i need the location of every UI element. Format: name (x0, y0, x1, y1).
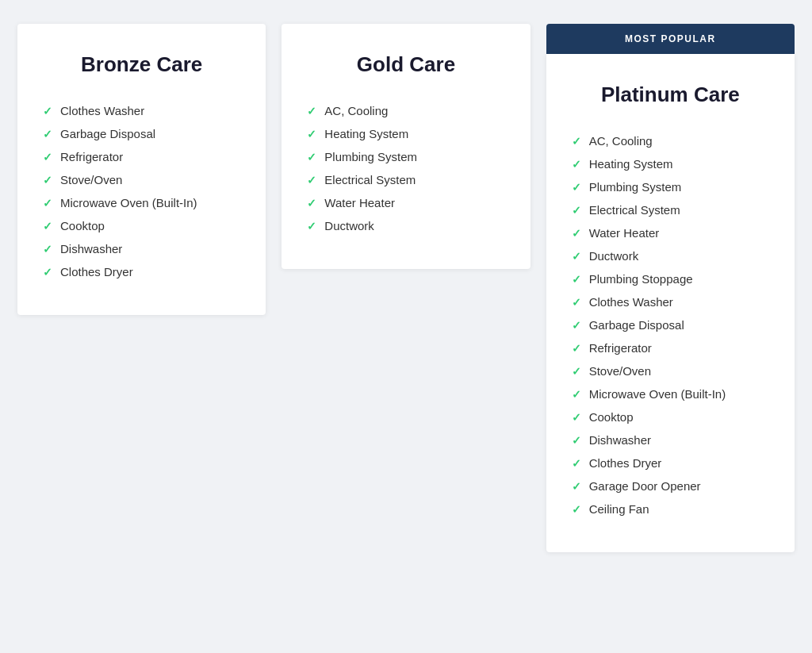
feature-label: Garbage Disposal (589, 318, 684, 332)
feature-label: AC, Cooling (324, 104, 388, 117)
list-item: ✓Refrigerator (572, 336, 769, 359)
check-icon: ✓ (572, 319, 581, 332)
check-icon: ✓ (43, 243, 52, 255)
feature-label: AC, Cooling (589, 134, 653, 148)
list-item: ✓AC, Cooling (307, 99, 504, 122)
list-item: ✓Ductwork (307, 214, 504, 237)
check-icon: ✓ (307, 105, 316, 117)
list-item: ✓Heating System (572, 152, 769, 175)
feature-label: Refrigerator (60, 150, 123, 163)
list-item: ✓AC, Cooling (572, 129, 769, 152)
check-icon: ✓ (572, 457, 581, 470)
feature-list-platinum: ✓AC, Cooling✓Heating System✓Plumbing Sys… (572, 129, 769, 520)
list-item: ✓Stove/Oven (43, 168, 240, 191)
check-icon: ✓ (307, 151, 316, 163)
feature-label: Microwave Oven (Built-In) (589, 387, 726, 401)
list-item: ✓Cooktop (43, 214, 240, 237)
list-item: ✓Plumbing System (307, 145, 504, 168)
feature-label: Microwave Oven (Built-In) (60, 196, 197, 209)
plan-wrapper-gold: Gold Care✓AC, Cooling✓Heating System✓Plu… (282, 24, 530, 269)
plan-card-platinum: Platinum Care✓AC, Cooling✓Heating System… (546, 54, 795, 552)
feature-label: Dishwasher (589, 433, 651, 447)
check-icon: ✓ (572, 227, 581, 240)
feature-label: Water Heater (324, 196, 395, 209)
feature-list-gold: ✓AC, Cooling✓Heating System✓Plumbing Sys… (307, 99, 504, 237)
list-item: ✓Refrigerator (43, 145, 240, 168)
feature-label: Ductwork (589, 249, 639, 263)
check-icon: ✓ (572, 135, 581, 148)
feature-label: Garbage Disposal (60, 127, 155, 140)
check-icon: ✓ (307, 128, 316, 140)
feature-label: Plumbing System (589, 180, 682, 194)
plan-card-bronze: Bronze Care✓Clothes Washer✓Garbage Dispo… (17, 24, 266, 315)
list-item: ✓Cooktop (572, 405, 769, 428)
check-icon: ✓ (572, 296, 581, 309)
feature-label: Cooktop (589, 410, 634, 424)
check-icon: ✓ (572, 158, 581, 171)
list-item: ✓Electrical System (307, 168, 504, 191)
plan-title-platinum: Platinum Care (572, 83, 769, 107)
list-item: ✓Garbage Disposal (43, 122, 240, 145)
check-icon: ✓ (572, 273, 581, 286)
plan-wrapper-bronze: Bronze Care✓Clothes Washer✓Garbage Dispo… (17, 24, 266, 315)
feature-list-bronze: ✓Clothes Washer✓Garbage Disposal✓Refrige… (43, 99, 240, 283)
list-item: ✓Ceiling Fan (572, 497, 769, 520)
check-icon: ✓ (307, 197, 316, 209)
feature-label: Plumbing System (324, 150, 417, 163)
list-item: ✓Clothes Washer (572, 290, 769, 313)
feature-label: Dishwasher (60, 242, 122, 255)
feature-label: Water Heater (589, 226, 660, 240)
feature-label: Heating System (589, 157, 673, 171)
plan-title-bronze: Bronze Care (43, 52, 240, 77)
plan-title-gold: Gold Care (307, 52, 504, 77)
list-item: ✓Dishwasher (43, 237, 240, 260)
list-item: ✓Water Heater (307, 191, 504, 214)
list-item: ✓Electrical System (572, 198, 769, 221)
check-icon: ✓ (307, 174, 316, 186)
check-icon: ✓ (572, 411, 581, 424)
list-item: ✓Dishwasher (572, 428, 769, 451)
feature-label: Stove/Oven (60, 173, 122, 186)
check-icon: ✓ (572, 342, 581, 355)
check-icon: ✓ (572, 204, 581, 217)
check-icon: ✓ (43, 128, 52, 140)
feature-label: Electrical System (589, 203, 680, 217)
check-icon: ✓ (43, 151, 52, 163)
feature-label: Clothes Washer (60, 104, 144, 117)
check-icon: ✓ (43, 105, 52, 117)
check-icon: ✓ (572, 388, 581, 401)
check-icon: ✓ (572, 250, 581, 263)
feature-label: Garage Door Opener (589, 479, 701, 493)
plan-wrapper-platinum: MOST POPULARPlatinum Care✓AC, Cooling✓He… (546, 24, 795, 552)
most-popular-badge: MOST POPULAR (546, 24, 795, 54)
feature-label: Electrical System (324, 173, 416, 186)
list-item: ✓Heating System (307, 122, 504, 145)
check-icon: ✓ (572, 365, 581, 378)
check-icon: ✓ (572, 480, 581, 493)
feature-label: Heating System (324, 127, 408, 140)
list-item: ✓Ductwork (572, 244, 769, 267)
check-icon: ✓ (572, 503, 581, 516)
feature-label: Ceiling Fan (589, 502, 649, 516)
list-item: ✓Microwave Oven (Built-In) (43, 191, 240, 214)
feature-label: Clothes Washer (589, 295, 673, 309)
list-item: ✓Garbage Disposal (572, 313, 769, 336)
check-icon: ✓ (43, 197, 52, 209)
check-icon: ✓ (572, 434, 581, 447)
list-item: ✓Clothes Dryer (572, 451, 769, 474)
list-item: ✓Stove/Oven (572, 359, 769, 382)
feature-label: Stove/Oven (589, 364, 651, 378)
list-item: ✓Water Heater (572, 221, 769, 244)
check-icon: ✓ (307, 220, 316, 232)
feature-label: Clothes Dryer (60, 265, 133, 278)
feature-label: Ductwork (324, 219, 374, 232)
plans-container: Bronze Care✓Clothes Washer✓Garbage Dispo… (17, 24, 795, 552)
list-item: ✓Plumbing System (572, 175, 769, 198)
list-item: ✓Clothes Dryer (43, 260, 240, 283)
check-icon: ✓ (572, 181, 581, 194)
plan-card-gold: Gold Care✓AC, Cooling✓Heating System✓Plu… (282, 24, 530, 269)
feature-label: Clothes Dryer (589, 456, 662, 470)
feature-label: Refrigerator (589, 341, 652, 355)
check-icon: ✓ (43, 266, 52, 278)
check-icon: ✓ (43, 220, 52, 232)
